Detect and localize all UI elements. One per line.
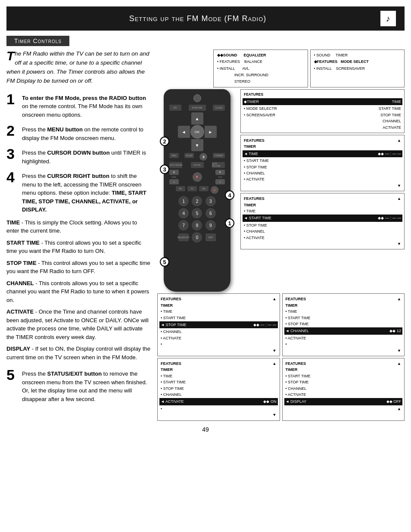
btn-pc[interactable]: PC — [176, 186, 185, 191]
sb7-timer: TIMER — [286, 367, 402, 373]
sb3-stop: • STOP TIME — [244, 222, 401, 228]
step-1-number: 1 — [6, 92, 19, 106]
sound-menu-left-install: • INSTALL AVL — [217, 65, 304, 72]
btn-rec[interactable]: ● — [211, 186, 218, 194]
vol-up[interactable]: + — [169, 170, 179, 175]
main-content: T he FM Radio within the TV can be set t… — [6, 50, 405, 421]
step-3-number: 3 — [6, 146, 19, 161]
dpad-left[interactable]: ◄ — [178, 126, 190, 138]
sb7-start: • START TIME — [286, 373, 402, 379]
vol-ch-row: + VOL - 🔇 + CH - — [169, 170, 225, 184]
btn-3[interactable]: 3 — [206, 196, 216, 206]
screen-box-7: FEATURES▲ TIMER • START TIME • STOP TIME… — [282, 358, 405, 421]
btn-2[interactable]: 2 — [192, 196, 202, 206]
sb5-bullet: • — [286, 341, 402, 347]
desc-display: DISPLAY - If set to ON, the Display cont… — [6, 345, 151, 361]
desc-activate: ACTIVATE - Once the Time and channel con… — [6, 308, 151, 341]
dpad-right[interactable]: ► — [205, 126, 217, 138]
sb5-time: • TIME — [286, 308, 402, 314]
screen-box-3: FEATURES▲ TIMER • TIME ◄ START TIME◆◆ — … — [240, 193, 405, 249]
btn-auto-picture[interactable]: AUTO PICTURE — [212, 162, 225, 168]
power-button[interactable] — [193, 94, 201, 102]
step-2-number: 2 — [6, 123, 19, 138]
dpad-down[interactable]: ▼ — [191, 139, 203, 151]
drop-cap: T — [6, 50, 14, 62]
sb6-features: FEATURES▲ — [161, 361, 277, 367]
btn-0[interactable]: 0 — [192, 232, 202, 243]
btn-auto-sound[interactable]: AUTO SOUND — [169, 162, 182, 168]
sb6-arrow-dn: ▼ — [161, 412, 277, 418]
btn-position[interactable]: POSITION — [189, 105, 206, 111]
sound-menu-left-features: • FEATURES BALANCE — [217, 59, 304, 65]
sb2-features: FEATURES▲ — [244, 137, 401, 143]
sb1-timer-hl: ◆TIMERTIME — [243, 98, 402, 105]
sound-menu-left-surround: INCR. SURROUND — [217, 72, 304, 78]
ch-down[interactable]: - — [215, 179, 225, 184]
sb5-timer: TIMER — [286, 302, 402, 308]
btn-active[interactable]: ACTIVE — [191, 162, 204, 168]
sb5-arrow-dn: ▼ — [286, 348, 402, 354]
music-icon: ♪ — [380, 11, 396, 26]
btn-clock[interactable]: CLOCK — [213, 105, 225, 111]
step-2-text: Press the MENU button on the remote cont… — [22, 123, 151, 142]
btn-emu[interactable]: EMU — [169, 153, 179, 158]
btn-hd[interactable]: HD — [199, 186, 209, 191]
intro-text: he FM Radio within the TV can be set to … — [6, 50, 149, 84]
sb3-channel: • CHANNEL — [244, 228, 401, 234]
step-4: 4 Press the CURSOR RIGHT button to shift… — [6, 170, 151, 214]
btn-8[interactable]: 8 — [192, 220, 202, 230]
sb5-features: FEATURES▲ — [286, 296, 402, 302]
mid-btn-row2: AUTO SOUND ACTIVE AUTO PICTURE — [169, 162, 225, 168]
left-column: T he FM Radio within the TV can be set t… — [6, 50, 151, 408]
sb3-features: FEATURES▲ — [244, 196, 401, 202]
remote-control-area: PIC POSITION CLOCK ▲ ▼ ◄ ► OK — [157, 89, 237, 292]
step-4-number: 4 — [6, 170, 19, 184]
sb4-start: • START TIME — [161, 315, 277, 321]
dpad-up[interactable]: ▲ — [191, 112, 203, 124]
btn-pic[interactable]: PIC — [169, 105, 181, 111]
btn-4[interactable]: 4 — [178, 208, 189, 218]
sound-menu-right: • SOUND TIMER ◆FEATURES MODE SELECT • IN… — [310, 50, 405, 87]
sb4-timer: TIMER — [161, 302, 277, 308]
sound-menu-right-sound: • SOUND TIMER — [314, 52, 401, 59]
sb3-start-hl: ◄ START TIME◆◆ — : — — — [243, 215, 402, 221]
btn-7[interactable]: 7 — [178, 220, 189, 230]
sound-menu-right-install: • INSTALL SCREENSAVER — [314, 65, 401, 72]
vol-down[interactable]: - — [169, 179, 179, 184]
dpad-center[interactable]: OK — [190, 125, 204, 139]
btn-1[interactable]: 1 — [178, 196, 189, 206]
step-5-number: 5 — [6, 367, 19, 382]
sb4-bullet: • — [161, 341, 277, 347]
sound-menu-left-stereo: STEREO — [217, 78, 304, 85]
source-row: PC TV HD ● — [167, 186, 227, 194]
mute-btn[interactable]: 🔇 — [193, 172, 202, 182]
mid-btn-row1: EMU SLEEP ⏸ FORMAT — [169, 153, 225, 161]
btn-broadcast[interactable]: BROADCAST — [178, 233, 189, 241]
screen-box-2: FEATURES▲ TIMER ◄ TIME◆◆ — : — — • START… — [240, 135, 405, 191]
btn-6[interactable]: 6 — [206, 208, 216, 218]
sb1-channel: CHANNEL — [244, 118, 401, 124]
btn-pause[interactable]: ⏸ — [199, 153, 207, 161]
btn-sleep[interactable]: SLEEP — [184, 153, 194, 158]
sb6-activate-hl: ◄ ACTIVATE◆◆ ON — [159, 398, 278, 405]
btn-format[interactable]: FORMAT — [213, 153, 225, 158]
step-2: 2 Press the MENU button on the remote co… — [6, 123, 151, 142]
sb3-activate: • ACTIVATE — [244, 235, 401, 241]
bottom-boxes-row: FEATURES▲ TIMER • TIME • START TIME ◄ ST… — [157, 293, 405, 356]
sound-menu-left-header: ◆◆SOUND EQUALIZER — [217, 52, 304, 59]
ch-group: + CH - — [215, 170, 225, 184]
btn-tv[interactable]: TV — [187, 186, 197, 191]
btn-9[interactable]: 9 — [206, 220, 216, 230]
btn-5[interactable]: 5 — [192, 208, 202, 218]
sb4-time: • TIME — [161, 308, 277, 314]
sb6-time: • TIME — [161, 373, 277, 379]
step-5-text: Press the STATUS/EXIT button to remove t… — [22, 367, 151, 403]
section-title: Timer Controls — [6, 36, 69, 46]
btn-disp[interactable]: DISP — [206, 233, 216, 241]
ch-up[interactable]: + — [215, 170, 225, 175]
sb1-activate: ACTIVATE — [244, 124, 401, 131]
sb4-arrow-dn: ▼ — [161, 348, 277, 354]
screen-box-4: FEATURES▲ TIMER • TIME • START TIME ◄ ST… — [157, 293, 280, 356]
step-5: 5 Press the STATUS/EXIT button to remove… — [6, 367, 151, 403]
page: Setting up the FM Mode (FM Radio) ♪ Time… — [0, 6, 411, 437]
